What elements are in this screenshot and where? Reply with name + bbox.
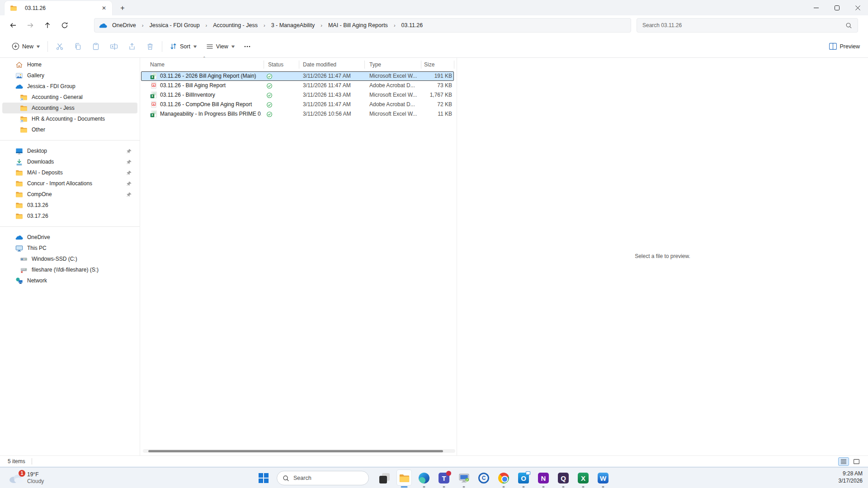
maximize-button[interactable] xyxy=(826,0,847,15)
sidebar-item-jessica-fdi-group[interactable]: Jessica - FDI Group xyxy=(2,81,137,92)
toolbar-separator xyxy=(162,41,162,52)
sidebar-item-downloads[interactable]: Downloads xyxy=(2,156,137,167)
column-separator[interactable] xyxy=(364,61,365,69)
new-button[interactable]: New ▼ xyxy=(7,39,45,53)
chrome-icon xyxy=(498,473,509,483)
horizontal-scrollbar[interactable] xyxy=(143,449,455,453)
breadcrumb-item-mai-bill-aging-reports[interactable]: MAI - Bill Aging Reports xyxy=(325,21,391,30)
taskbar-app-chrome[interactable] xyxy=(494,468,514,488)
breadcrumb-chevron-icon[interactable]: › xyxy=(139,23,146,28)
taskbar-app-task-view[interactable] xyxy=(374,468,394,488)
breadcrumb-chevron-icon[interactable]: › xyxy=(391,23,398,28)
cut-button[interactable] xyxy=(51,38,69,55)
taskbar-app-word[interactable]: W xyxy=(593,468,613,488)
taskbar-app-concur[interactable]: C xyxy=(474,468,494,488)
column-header-type[interactable]: Type xyxy=(369,59,381,70)
new-tab-button[interactable]: + xyxy=(117,3,128,14)
file-date-modified: 3/11/2026 11:47 AM xyxy=(303,100,351,109)
running-indicator xyxy=(503,486,505,488)
sidebar-item-03-17-26[interactable]: 03.17.26 xyxy=(2,211,137,221)
column-separator[interactable] xyxy=(264,61,264,69)
sidebar-item-concur-import-allocations[interactable]: Concur - Import Allocations xyxy=(2,178,137,189)
sidebar-item-label: HR & Accounting - Documents xyxy=(32,116,105,122)
column-separator[interactable] xyxy=(454,61,454,69)
file-row[interactable]: XManageability - In Progress Bills PRIME… xyxy=(140,109,457,119)
search-input[interactable]: Search 03.11.26 xyxy=(637,18,858,33)
breadcrumb-item-3-manageability[interactable]: 3 - ManageAbility xyxy=(268,21,318,30)
teams-icon: T xyxy=(439,473,449,483)
breadcrumb[interactable]: OneDrive›Jessica - FDI Group›Accounting … xyxy=(94,18,631,33)
minimize-button[interactable] xyxy=(806,0,826,15)
sidebar-item-desktop[interactable]: Desktop xyxy=(2,145,137,156)
breadcrumb-item-accounting-jess[interactable]: Accounting - Jess xyxy=(210,21,261,30)
folder-icon xyxy=(10,5,17,12)
file-row[interactable]: X03.11.26 - BillInventory3/11/2026 11:43… xyxy=(140,90,457,100)
tab-close-icon[interactable]: ✕ xyxy=(99,4,108,13)
taskbar-search[interactable]: Search xyxy=(277,471,369,485)
column-separator[interactable] xyxy=(299,61,299,69)
up-button[interactable] xyxy=(39,18,56,33)
sidebar-item-label: Network xyxy=(27,277,47,284)
column-header-status[interactable]: Status xyxy=(268,59,283,70)
taskbar-app-excel[interactable]: X xyxy=(573,468,593,488)
pin-icon xyxy=(126,192,132,197)
file-row[interactable]: A03.11.26 - Bill Aging Report3/11/2026 1… xyxy=(140,81,457,90)
copy-button[interactable] xyxy=(69,38,87,55)
sidebar-item-this-pc[interactable]: This PC xyxy=(2,243,137,253)
view-button[interactable]: View ▼ xyxy=(202,40,240,53)
back-button[interactable] xyxy=(5,18,22,33)
column-header-name[interactable]: Name xyxy=(150,59,165,70)
sidebar-item-home[interactable]: Home xyxy=(2,59,137,70)
column-separator[interactable] xyxy=(421,61,421,69)
taskbar-app-edge[interactable] xyxy=(414,468,434,488)
sort-button[interactable]: Sort ▼ xyxy=(165,39,202,53)
explorer-tab[interactable]: 03.11.26 ✕ xyxy=(5,1,112,15)
folder-icon xyxy=(15,180,23,188)
file-row[interactable]: X03.11.26 - 2026 Bill Aging Report (Main… xyxy=(140,71,457,81)
sidebar-item-windows-ssd-c[interactable]: Windows-SSD (C:) xyxy=(2,253,137,264)
forward-button[interactable] xyxy=(22,18,39,33)
weather-condition: Cloudy xyxy=(27,478,44,485)
taskbar-app-onenote[interactable]: N xyxy=(533,468,553,488)
column-header-size[interactable]: Size xyxy=(424,59,434,70)
close-button[interactable] xyxy=(847,0,868,15)
scrollbar-thumb[interactable] xyxy=(148,450,443,452)
taskbar-app-teams[interactable]: T xyxy=(434,468,454,488)
sidebar-item-gallery[interactable]: Gallery xyxy=(2,70,137,81)
start-button[interactable] xyxy=(256,471,271,485)
taskbar-app-q-app[interactable]: Q xyxy=(553,468,573,488)
taskbar-app-remote-desktop[interactable] xyxy=(454,468,474,488)
sidebar-item-hr-accounting-documents[interactable]: HR & Accounting - Documents xyxy=(2,113,137,124)
rename-button[interactable] xyxy=(105,38,123,55)
breadcrumb-chevron-icon[interactable]: › xyxy=(203,23,210,28)
breadcrumb-item-03-11-26[interactable]: 03.11.26 xyxy=(398,21,426,30)
file-row[interactable]: A03.11.26 - CompOne Bill Aging Report3/1… xyxy=(140,100,457,109)
refresh-button[interactable] xyxy=(56,18,73,33)
sidebar-item-network[interactable]: Network xyxy=(2,275,137,286)
delete-button[interactable] xyxy=(141,38,159,55)
preview-toggle-button[interactable]: Preview xyxy=(829,43,860,50)
weather-widget[interactable]: 1 19°F Cloudy xyxy=(5,468,47,488)
sidebar-item-onedrive[interactable]: OneDrive xyxy=(2,232,137,243)
share-button[interactable] xyxy=(123,38,141,55)
breadcrumb-chevron-icon[interactable]: › xyxy=(318,23,325,28)
breadcrumb-chevron-icon[interactable]: › xyxy=(261,23,268,28)
taskbar-app-outlook[interactable]: O xyxy=(514,468,533,488)
column-header-date-modified[interactable]: Date modified xyxy=(303,59,336,70)
details-view-button[interactable] xyxy=(838,457,849,466)
sidebar-item-mai-deposits[interactable]: MAI - Deposits xyxy=(2,167,137,178)
breadcrumb-item-jessica-fdi-group[interactable]: Jessica - FDI Group xyxy=(146,21,203,30)
paste-button[interactable] xyxy=(87,38,105,55)
taskbar-clock[interactable]: 9:28 AM 3/17/2026 xyxy=(839,470,863,484)
sidebar-item-03-13-26[interactable]: 03.13.26 xyxy=(2,200,137,211)
taskbar-app-file-explorer[interactable] xyxy=(394,468,414,488)
sidebar-item-fileshare-fdi-fileshare-s[interactable]: fileshare (\\fdi-fileshare) (S:) xyxy=(2,264,137,275)
more-options-button[interactable] xyxy=(240,38,255,55)
sidebar-item-other[interactable]: Other xyxy=(2,124,137,135)
column-headers: ⌃ NameStatusDate modifiedTypeSize xyxy=(140,59,457,70)
sidebar-item-accounting-jess[interactable]: Accounting - Jess xyxy=(2,103,137,113)
breadcrumb-item-onedrive[interactable]: OneDrive xyxy=(109,21,139,30)
sidebar-item-compone[interactable]: CompOne xyxy=(2,189,137,200)
large-icons-view-button[interactable] xyxy=(851,457,862,466)
sidebar-item-accounting-general[interactable]: Accounting - General xyxy=(2,92,137,103)
